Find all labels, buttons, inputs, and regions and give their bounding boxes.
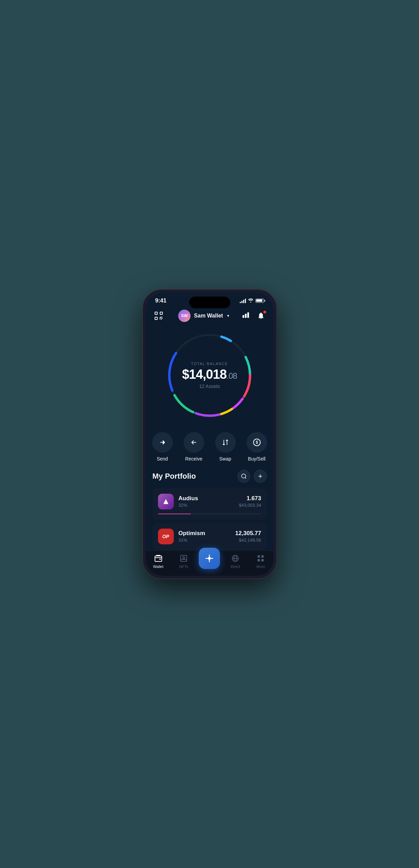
signal-icon — [240, 298, 246, 303]
send-icon — [152, 432, 173, 453]
nfts-nav-icon — [179, 554, 188, 563]
svg-rect-42 — [258, 559, 260, 561]
buysell-label: Buy/Sell — [248, 456, 265, 462]
optimism-values: 12,305.77 $42,149.56 — [235, 530, 261, 543]
audius-values: 1.673 $43,003.34 — [239, 495, 261, 508]
svg-rect-9 — [247, 312, 249, 318]
svg-rect-41 — [261, 555, 264, 558]
optimism-icon: OP — [158, 529, 174, 544]
audius-usd: $43,003.34 — [239, 503, 261, 508]
svg-point-23 — [241, 474, 246, 478]
asset-row: Audius 32% 1.673 $43,003.34 — [158, 494, 261, 509]
status-time: 9:41 — [155, 297, 167, 304]
bottom-nav: Wallet NFTs — [146, 550, 274, 576]
buysell-button[interactable]: $ Buy/Sell — [247, 432, 267, 462]
phone-frame: 9:41 — [143, 290, 276, 579]
audius-info: Audius 32% — [179, 495, 234, 508]
asset-card-audius[interactable]: Audius 32% 1.673 $43,003.34 — [153, 488, 267, 520]
nav-wallet[interactable]: Wallet — [148, 554, 169, 569]
receive-button[interactable]: Receive — [184, 432, 204, 462]
chevron-down-icon: ▾ — [227, 313, 229, 318]
balance-cents: .08 — [227, 371, 237, 380]
svg-point-31 — [183, 557, 185, 559]
audius-name: Audius — [179, 495, 234, 502]
svg-rect-2 — [155, 317, 157, 320]
audius-progress-bar — [158, 514, 261, 514]
portfolio-title: My Portfolio — [153, 472, 196, 481]
swap-button[interactable]: Swap — [215, 432, 236, 462]
svg-marker-27 — [163, 499, 168, 504]
wallet-nav-icon — [154, 554, 163, 563]
optimism-percent: 31% — [179, 537, 231, 543]
optimism-usd: $42,149.56 — [235, 537, 261, 543]
balance-circle: TOTAL BALANCE $14,018.08 12 Assets — [165, 331, 254, 420]
balance-info: TOTAL BALANCE $14,018.08 12 Assets — [182, 362, 237, 389]
svg-rect-40 — [258, 555, 260, 558]
send-label: Send — [157, 456, 168, 462]
assets-count: 12 Assets — [182, 384, 237, 389]
svg-rect-0 — [155, 312, 157, 314]
more-nav-icon — [256, 554, 265, 563]
balance-section: TOTAL BALANCE $14,018.08 12 Assets — [146, 327, 274, 427]
action-buttons: Send Receive — [146, 427, 274, 470]
optimism-name: Optimism — [179, 530, 231, 537]
wallet-nav-label: Wallet — [153, 565, 163, 569]
balance-label: TOTAL BALANCE — [182, 362, 237, 366]
svg-line-24 — [245, 477, 246, 478]
avatar: SW — [178, 310, 191, 322]
header-actions — [243, 310, 266, 321]
balance-amount: $14,018.08 — [182, 368, 237, 381]
web3-nav-icon — [231, 554, 240, 563]
notification-badge — [263, 310, 266, 314]
svg-rect-8 — [245, 314, 247, 318]
svg-rect-29 — [159, 559, 161, 560]
optimism-info: Optimism 31% — [179, 530, 231, 543]
swap-label: Swap — [219, 456, 231, 462]
scan-icon[interactable] — [153, 310, 165, 322]
portfolio-actions — [237, 470, 267, 483]
nav-nfts[interactable]: NFTs — [173, 554, 194, 569]
nav-web3[interactable]: Web3 — [225, 554, 246, 569]
receive-label: Receive — [185, 456, 202, 462]
battery-icon — [256, 299, 264, 303]
swap-icon — [215, 432, 236, 453]
audius-icon — [158, 494, 174, 509]
notification-button[interactable] — [256, 310, 266, 321]
svg-rect-28 — [155, 556, 162, 561]
web3-nav-label: Web3 — [231, 565, 240, 569]
svg-rect-7 — [243, 315, 244, 318]
nav-more[interactable]: More — [250, 554, 271, 569]
wallet-name: Sam Wallet — [194, 313, 223, 319]
phone-inner: 9:41 — [146, 293, 274, 576]
optimism-amount: 12,305.77 — [235, 530, 261, 537]
status-icons — [240, 298, 264, 303]
audius-percent: 32% — [179, 503, 234, 508]
receive-icon — [184, 432, 204, 453]
scroll-content: 9:41 — [146, 293, 274, 576]
fab-button[interactable] — [199, 548, 220, 569]
send-button[interactable]: Send — [152, 432, 173, 462]
portfolio-header: My Portfolio — [153, 470, 267, 483]
svg-text:$: $ — [256, 440, 258, 445]
header: SW Sam Wallet ▾ — [146, 307, 274, 327]
buysell-icon: $ — [247, 432, 267, 453]
portfolio-add-button[interactable] — [254, 470, 267, 483]
wifi-icon — [248, 298, 253, 303]
svg-rect-1 — [160, 312, 162, 314]
asset-card-optimism[interactable]: OP Optimism 31% 12,305.77 $42,149.56 — [153, 523, 267, 550]
more-nav-label: More — [257, 565, 265, 569]
chart-icon[interactable] — [243, 312, 250, 320]
audius-progress-fill — [158, 514, 191, 514]
svg-rect-43 — [261, 559, 264, 561]
portfolio-search-button[interactable] — [237, 470, 250, 483]
audius-amount: 1.673 — [239, 495, 261, 502]
dynamic-island — [189, 297, 230, 308]
wallet-selector[interactable]: SW Sam Wallet ▾ — [178, 310, 229, 322]
nfts-nav-label: NFTs — [179, 565, 188, 569]
asset-row: OP Optimism 31% 12,305.77 $42,149.56 — [158, 529, 261, 544]
